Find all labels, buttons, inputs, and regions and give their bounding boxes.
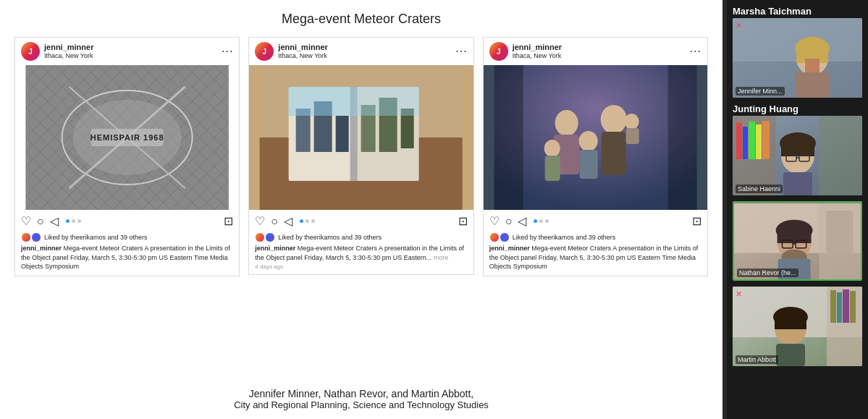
post-2-bookmark-icon[interactable]: ⊡ — [458, 214, 468, 228]
svg-rect-81 — [775, 317, 806, 329]
svg-rect-52 — [762, 121, 770, 159]
post-1-share-icon[interactable]: ◁ — [50, 214, 59, 228]
nathan-video-label: Nathan Revor (he... — [737, 268, 799, 277]
martin-video-label: Martin Abbott — [736, 355, 778, 364]
post-3-comment-icon[interactable]: ○ — [505, 215, 513, 228]
svg-rect-82 — [776, 344, 805, 366]
instagram-post-3: J jenni_minner Ithaca, New York ··· — [483, 37, 708, 276]
participant-martin-video[interactable]: ✕ Martin Abbott — [733, 287, 862, 366]
participant-junting: Junting Huang — [733, 103, 862, 198]
post-2-menu-dots[interactable]: ··· — [455, 45, 467, 58]
svg-point-33 — [624, 114, 639, 130]
participant-martin: ✕ Martin Abbott — [733, 287, 862, 369]
junting-video-content — [733, 116, 862, 195]
svg-rect-32 — [544, 156, 560, 181]
post-1-caption: jenni_minner Mega-event Meteor Craters A… — [21, 244, 233, 271]
post-1-user-info: jenni_minner Ithaca, New York — [44, 43, 93, 60]
post-2-time: 4 days ago — [255, 263, 467, 270]
instagram-post-1: J jenni_minner Ithaca, New York ··· — [14, 37, 240, 276]
marsha-video-label: Jennifer Minn... — [736, 87, 785, 96]
martin-mute-icon: ✕ — [736, 289, 742, 299]
post-3-menu-dots[interactable]: ··· — [690, 45, 701, 58]
svg-rect-47 — [819, 116, 862, 195]
post-1-avatar: J — [21, 42, 40, 61]
liker-avatar-5 — [489, 232, 500, 242]
svg-rect-34 — [625, 128, 639, 144]
post-3-user-info: jenni_minner Ithaca, New York — [513, 43, 562, 60]
marsha-video-content — [733, 18, 862, 98]
post-3-heart-icon[interactable]: ♡ — [489, 214, 500, 228]
participant-junting-name: Junting Huang — [733, 103, 862, 114]
dot-9 — [545, 219, 549, 223]
post-2-like-dots — [300, 219, 315, 223]
post-1-header: J jenni_minner Ithaca, New York ··· — [15, 38, 239, 65]
post-3-username: jenni_minner — [513, 43, 562, 52]
post-1-aerial-svg: HEMISPAIR 1968 — [15, 65, 239, 210]
post-2-avatar: J — [255, 42, 274, 61]
post-2-more-link[interactable]: more — [434, 254, 449, 261]
post-2-user-info: jenni_minner Ithaca, New York — [278, 43, 327, 60]
dot-5 — [306, 219, 309, 223]
svg-rect-18 — [336, 116, 349, 152]
svg-point-25 — [600, 105, 626, 134]
liker-avatar-3 — [255, 232, 265, 242]
post-2-header-left: J jenni_minner Ithaca, New York — [255, 42, 327, 61]
participants-sidebar: Marsha Taichman — [727, 0, 868, 419]
post-1-username: jenni_minner — [44, 43, 93, 52]
svg-rect-78 — [850, 291, 856, 323]
post-1-bookmark-icon[interactable]: ⊡ — [224, 214, 233, 228]
post-2-actions: ♡ ○ ◁ ⊡ — [249, 210, 473, 231]
svg-rect-50 — [749, 122, 755, 159]
svg-point-31 — [544, 140, 560, 157]
post-1-like-dots — [66, 219, 81, 223]
post-2-caption: jenni_minner Mega-event Meteor Craters A… — [255, 244, 467, 262]
main-presentation-area: Mega-event Meteor Craters J jenni_minner… — [0, 0, 722, 419]
liker-avatar-1 — [21, 232, 31, 242]
svg-rect-76 — [837, 292, 842, 323]
svg-rect-59 — [783, 172, 812, 195]
svg-text:HEMISPAIR 1968: HEMISPAIR 1968 — [90, 133, 164, 142]
dot-2 — [72, 219, 75, 223]
post-1-comment-icon[interactable]: ○ — [37, 215, 44, 228]
liker-avatar-6 — [500, 232, 510, 242]
marsha-mute-icon: ✕ — [736, 21, 742, 30]
svg-rect-23 — [354, 87, 419, 116]
post-3-bookmark-icon[interactable]: ⊡ — [692, 214, 701, 228]
presenter-affiliation: City and Regional Planning, Science and … — [14, 399, 708, 410]
svg-rect-75 — [830, 290, 836, 323]
svg-rect-51 — [756, 124, 762, 159]
svg-rect-30 — [579, 150, 597, 179]
post-1-location: Ithaca, New York — [44, 52, 93, 60]
post-1-caption-username: jenni_minner — [21, 245, 62, 252]
svg-rect-22 — [289, 87, 354, 116]
post-2-liked-text: Liked by theerikamos and 39 others — [278, 234, 382, 241]
post-2-comment-icon[interactable]: ○ — [271, 215, 278, 228]
post-3-liked-by: Liked by theerikamos and 39 others — [489, 232, 701, 242]
participant-marsha: Marsha Taichman — [733, 6, 862, 101]
post-3-header-left: J jenni_minner Ithaca, New York — [489, 42, 562, 61]
participant-marsha-name: Marsha Taichman — [733, 6, 862, 17]
presenter-names: Jennifer Minner, Nathan Revor, and Marti… — [14, 388, 708, 399]
post-3-share-icon[interactable]: ◁ — [518, 214, 526, 228]
post-2-heart-icon[interactable]: ♡ — [255, 214, 265, 228]
post-3-like-dots — [534, 219, 549, 223]
post-3-image — [484, 65, 707, 210]
junting-video-label: Sabine Haenni — [736, 185, 783, 193]
post-2-liked-by: Liked by theerikamos and 39 others — [255, 232, 467, 242]
participant-nathan-video[interactable]: Nathan Revor (he... — [733, 201, 862, 281]
dot-7 — [534, 219, 537, 223]
post-1-menu-dots[interactable]: ··· — [222, 45, 233, 58]
svg-rect-36 — [667, 65, 696, 210]
dot-6 — [311, 219, 315, 223]
post-2-share-icon[interactable]: ◁ — [284, 214, 292, 228]
participant-junting-video[interactable]: ✕ Sabine Haenni — [733, 116, 862, 195]
instagram-posts-grid: J jenni_minner Ithaca, New York ··· — [14, 37, 708, 376]
post-1-heart-icon[interactable]: ♡ — [21, 214, 31, 228]
participant-marsha-video[interactable]: ✕ Jennifer Minn... — [733, 18, 862, 98]
svg-point-27 — [555, 110, 578, 136]
post-3-header: J jenni_minner Ithaca, New York ··· — [484, 38, 707, 65]
presentation-title: Mega-event Meteor Craters — [14, 12, 708, 27]
post-3-caption-username: jenni_minner — [489, 245, 530, 252]
post-3-location: Ithaca, New York — [513, 52, 562, 60]
svg-point-29 — [578, 131, 597, 151]
